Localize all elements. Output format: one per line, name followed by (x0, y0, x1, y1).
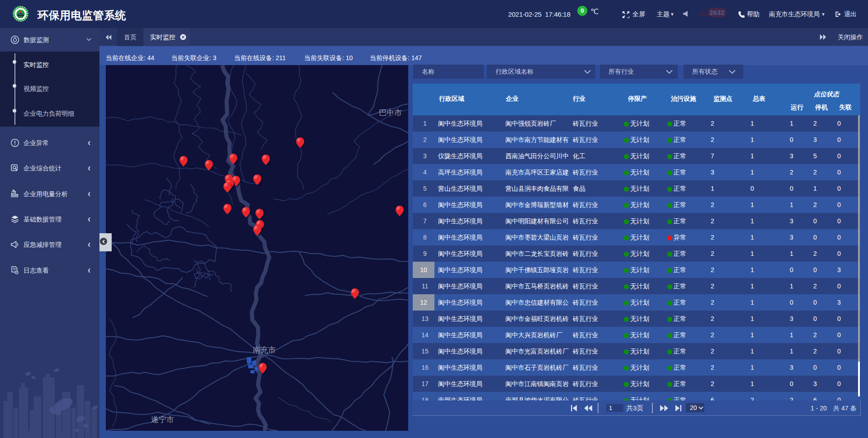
svg-text:南充市: 南充市 (253, 346, 276, 354)
svg-text:巴中市: 巴中市 (379, 108, 402, 117)
svg-text:遂宁市: 遂宁市 (151, 415, 174, 424)
